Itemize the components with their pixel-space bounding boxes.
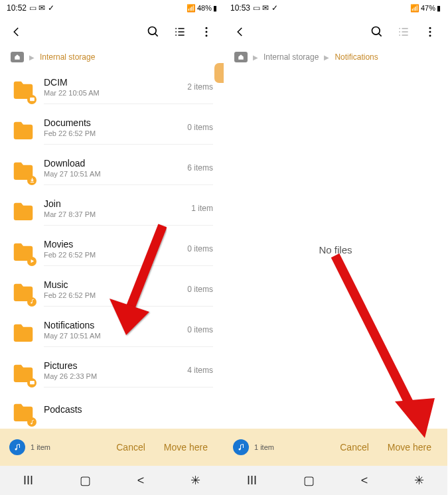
nav-accessibility[interactable]: ✳ — [190, 473, 200, 488]
status-bar: 10:53 ▭ ✉ ✓ 📶 47% ▮ — [224, 0, 447, 16]
empty-state: No files — [224, 70, 447, 429]
folder-icon — [11, 159, 36, 184]
folder-icon — [11, 200, 36, 225]
svg-point-1 — [206, 27, 208, 29]
battery-text: 47% — [421, 4, 435, 12]
folder-name: Download — [44, 158, 187, 169]
more-vert-icon — [423, 25, 437, 38]
folder-icon — [11, 281, 36, 306]
nav-back[interactable]: < — [137, 474, 145, 488]
list-item[interactable]: DCIM Mar 22 10:05 AM 2 items — [11, 70, 213, 111]
folder-name: Notifications — [44, 320, 187, 330]
list-item[interactable]: Join Mar 27 8:37 PM 1 item — [11, 192, 213, 232]
selection-count: 1 item — [31, 443, 50, 451]
list-item[interactable]: Movies Feb 22 6:52 PM 0 items — [11, 232, 213, 273]
breadcrumb[interactable]: ▶ Internal storage — [0, 49, 224, 70]
scroll-handle[interactable] — [214, 63, 224, 83]
clock: 10:53 — [230, 3, 250, 13]
selected-file-thumb[interactable] — [9, 439, 25, 455]
svg-point-3 — [206, 35, 208, 36]
svg-point-0 — [149, 27, 157, 35]
svg-point-9 — [372, 27, 380, 35]
clock: 10:52 — [7, 3, 27, 13]
view-list-button — [397, 25, 410, 40]
folder-icon — [11, 119, 36, 144]
folder-name: Join — [44, 198, 191, 209]
search-button[interactable] — [147, 25, 160, 40]
list-item[interactable]: Podcasts — [11, 394, 213, 429]
back-button[interactable] — [11, 26, 23, 40]
chevron-right-icon: ▶ — [324, 54, 329, 61]
folder-date: Feb 22 6:52 PM — [44, 129, 187, 137]
crumb-notifications[interactable]: Notifications — [335, 52, 378, 62]
search-button[interactable] — [370, 25, 384, 40]
move-here-button[interactable]: Move here — [157, 437, 214, 458]
home-icon[interactable] — [234, 52, 248, 62]
move-action-bar: 1 item Cancel Move here — [0, 429, 224, 466]
nav-bar: III ▢ < ✳ — [224, 466, 447, 495]
folder-name: Music — [44, 279, 187, 290]
folder-name: Podcasts — [44, 404, 213, 415]
folder-list[interactable]: DCIM Mar 22 10:05 AM 2 items Documents F… — [0, 70, 224, 429]
move-here-button[interactable]: Move here — [381, 437, 438, 458]
nav-bar: III ▢ < ✳ — [0, 466, 224, 495]
nav-accessibility[interactable]: ✳ — [414, 473, 424, 488]
folder-date: Feb 22 6:52 PM — [44, 291, 187, 299]
item-count: 4 items — [187, 366, 213, 375]
list-icon — [173, 25, 187, 38]
battery-icon: ▮ — [213, 4, 217, 13]
status-bar: 10:52 ▭ ✉ ✓ 📶 48% ▮ — [0, 0, 224, 16]
list-icon — [397, 25, 410, 38]
nav-home[interactable]: ▢ — [80, 473, 91, 488]
nav-back[interactable]: < — [361, 474, 368, 488]
search-icon — [147, 25, 160, 38]
folder-date: May 26 2:33 PM — [44, 372, 187, 380]
home-icon[interactable] — [11, 52, 24, 62]
list-item[interactable]: Documents Feb 22 6:52 PM 0 items — [11, 111, 213, 151]
crumb-internal-storage[interactable]: Internal storage — [40, 52, 95, 62]
folder-name: Documents — [44, 117, 187, 128]
breadcrumb[interactable]: ▶ Internal storage ▶ Notifications — [224, 49, 447, 70]
svg-point-10 — [429, 27, 431, 29]
cancel-button[interactable]: Cancel — [333, 437, 376, 458]
more-button[interactable] — [200, 25, 213, 40]
chevron-right-icon: ▶ — [29, 54, 35, 61]
nav-home[interactable]: ▢ — [303, 473, 315, 488]
folder-date: Mar 27 8:37 PM — [44, 210, 191, 218]
svg-rect-4 — [30, 98, 35, 101]
list-item[interactable]: Download May 27 10:51 AM 6 items — [11, 151, 213, 192]
selection-count: 1 item — [254, 443, 274, 451]
selected-file-thumb[interactable] — [233, 439, 249, 455]
battery-text: 48% — [197, 4, 212, 12]
item-count: 6 items — [187, 163, 213, 173]
nav-recents[interactable]: III — [247, 474, 257, 488]
chevron-right-icon: ▶ — [253, 54, 258, 61]
crumb-internal-storage[interactable]: Internal storage — [263, 52, 319, 62]
list-item[interactable]: Notifications May 27 10:51 AM 0 items — [11, 313, 213, 354]
item-count: 0 items — [187, 325, 213, 334]
folder-icon — [11, 362, 36, 387]
svg-point-2 — [206, 31, 208, 33]
folder-name: Pictures — [44, 360, 187, 371]
svg-point-12 — [429, 35, 431, 36]
cancel-button[interactable]: Cancel — [110, 437, 152, 458]
more-button[interactable] — [423, 25, 437, 40]
back-button[interactable] — [234, 26, 246, 40]
item-count: 0 items — [187, 123, 213, 132]
view-list-button[interactable] — [173, 25, 187, 40]
music-note-icon — [13, 443, 21, 451]
folder-date: May 27 10:51 AM — [44, 170, 187, 178]
folder-icon — [11, 401, 36, 426]
folder-date: May 27 10:51 AM — [44, 332, 187, 340]
list-item[interactable]: Music Feb 22 6:52 PM 0 items — [11, 273, 213, 313]
signal-icons: 📶 — [410, 4, 419, 13]
nav-recents[interactable]: III — [23, 474, 33, 488]
folder-icon — [11, 321, 36, 346]
folder-date: Mar 22 10:05 AM — [44, 89, 187, 97]
list-item[interactable]: Pictures May 26 2:33 PM 4 items — [11, 354, 213, 394]
chevron-left-icon — [234, 26, 246, 38]
folder-icon — [11, 78, 36, 104]
notif-icons: ▭ ✉ ✓ — [253, 3, 278, 13]
no-files-text: No files — [319, 244, 352, 255]
svg-point-11 — [429, 31, 431, 33]
